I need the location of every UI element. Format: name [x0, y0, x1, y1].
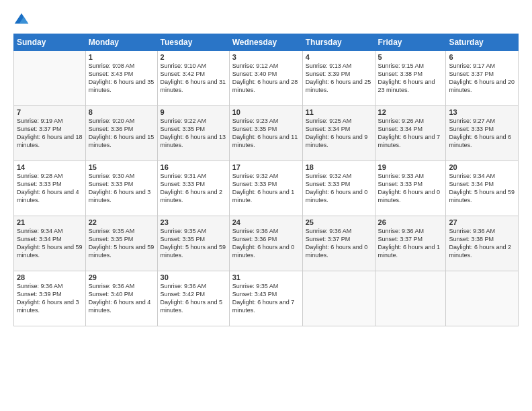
- calendar-day-cell: 19Sunrise: 9:33 AM Sunset: 3:33 PM Dayli…: [375, 161, 446, 216]
- day-info: Sunrise: 9:35 AM Sunset: 3:35 PM Dayligh…: [161, 227, 226, 260]
- calendar-day-cell: 14Sunrise: 9:28 AM Sunset: 3:33 PM Dayli…: [14, 161, 86, 216]
- day-info: Sunrise: 9:34 AM Sunset: 3:34 PM Dayligh…: [17, 227, 83, 260]
- calendar-day-cell: 11Sunrise: 9:25 AM Sunset: 3:34 PM Dayli…: [302, 106, 375, 161]
- day-info: Sunrise: 9:10 AM Sunset: 3:42 PM Dayligh…: [161, 62, 226, 95]
- day-number: 16: [161, 163, 226, 171]
- day-info: Sunrise: 9:33 AM Sunset: 3:33 PM Dayligh…: [378, 172, 443, 205]
- weekday-header-sunday: Sunday: [14, 34, 86, 51]
- day-info: Sunrise: 9:17 AM Sunset: 3:37 PM Dayligh…: [449, 62, 515, 95]
- day-number: 7: [17, 108, 83, 116]
- day-number: 2: [161, 53, 226, 61]
- page: SundayMondayTuesdayWednesdayThursdayFrid…: [0, 0, 532, 411]
- day-info: Sunrise: 9:36 AM Sunset: 3:39 PM Dayligh…: [17, 282, 83, 315]
- day-info: Sunrise: 9:23 AM Sunset: 3:35 PM Dayligh…: [232, 117, 300, 150]
- calendar-day-cell: 29Sunrise: 9:36 AM Sunset: 3:40 PM Dayli…: [85, 271, 157, 326]
- day-number: 22: [89, 218, 154, 226]
- day-info: Sunrise: 9:36 AM Sunset: 3:42 PM Dayligh…: [161, 282, 226, 315]
- weekday-header-tuesday: Tuesday: [157, 34, 229, 51]
- day-number: 20: [449, 163, 515, 171]
- calendar-day-cell: 6Sunrise: 9:17 AM Sunset: 3:37 PM Daylig…: [446, 51, 519, 106]
- day-number: 21: [17, 218, 83, 226]
- weekday-header-monday: Monday: [85, 34, 157, 51]
- calendar-day-cell: 3Sunrise: 9:12 AM Sunset: 3:40 PM Daylig…: [229, 51, 302, 106]
- calendar-day-cell: 18Sunrise: 9:32 AM Sunset: 3:33 PM Dayli…: [302, 161, 375, 216]
- day-number: 1: [89, 53, 154, 61]
- calendar-week-row: 21Sunrise: 9:34 AM Sunset: 3:34 PM Dayli…: [14, 216, 519, 271]
- day-number: 6: [449, 53, 515, 61]
- day-number: 31: [232, 273, 300, 281]
- calendar-day-cell: 5Sunrise: 9:15 AM Sunset: 3:38 PM Daylig…: [375, 51, 446, 106]
- calendar-day-cell: 24Sunrise: 9:36 AM Sunset: 3:36 PM Dayli…: [229, 216, 302, 271]
- day-info: Sunrise: 9:36 AM Sunset: 3:40 PM Dayligh…: [89, 282, 154, 315]
- day-number: 30: [161, 273, 226, 281]
- calendar-day-cell: 21Sunrise: 9:34 AM Sunset: 3:34 PM Dayli…: [14, 216, 86, 271]
- day-info: Sunrise: 9:25 AM Sunset: 3:34 PM Dayligh…: [306, 117, 372, 150]
- day-number: 3: [232, 53, 300, 61]
- day-number: 26: [378, 218, 443, 226]
- calendar-week-row: 28Sunrise: 9:36 AM Sunset: 3:39 PM Dayli…: [14, 271, 519, 326]
- day-number: 8: [89, 108, 154, 116]
- calendar-day-cell: [302, 271, 375, 326]
- calendar-day-cell: 20Sunrise: 9:34 AM Sunset: 3:34 PM Dayli…: [446, 161, 519, 216]
- header: [13, 12, 519, 28]
- day-info: Sunrise: 9:34 AM Sunset: 3:34 PM Dayligh…: [449, 172, 515, 205]
- day-number: 13: [449, 108, 515, 116]
- calendar-day-cell: 31Sunrise: 9:35 AM Sunset: 3:43 PM Dayli…: [229, 271, 302, 326]
- calendar-day-cell: 17Sunrise: 9:32 AM Sunset: 3:33 PM Dayli…: [229, 161, 302, 216]
- calendar-day-cell: 8Sunrise: 9:20 AM Sunset: 3:36 PM Daylig…: [85, 106, 157, 161]
- logo-icon: [13, 12, 30, 28]
- calendar-day-cell: 25Sunrise: 9:36 AM Sunset: 3:37 PM Dayli…: [302, 216, 375, 271]
- calendar-day-cell: 9Sunrise: 9:22 AM Sunset: 3:35 PM Daylig…: [157, 106, 229, 161]
- weekday-header-saturday: Saturday: [446, 34, 519, 51]
- calendar-day-cell: [14, 51, 86, 106]
- day-number: 9: [161, 108, 226, 116]
- day-info: Sunrise: 9:36 AM Sunset: 3:37 PM Dayligh…: [378, 227, 443, 260]
- day-info: Sunrise: 9:32 AM Sunset: 3:33 PM Dayligh…: [232, 172, 300, 205]
- calendar-day-cell: 1Sunrise: 9:08 AM Sunset: 3:43 PM Daylig…: [85, 51, 157, 106]
- calendar-day-cell: 4Sunrise: 9:13 AM Sunset: 3:39 PM Daylig…: [302, 51, 375, 106]
- day-number: 24: [232, 218, 300, 226]
- calendar-day-cell: 26Sunrise: 9:36 AM Sunset: 3:37 PM Dayli…: [375, 216, 446, 271]
- calendar-day-cell: 22Sunrise: 9:35 AM Sunset: 3:35 PM Dayli…: [85, 216, 157, 271]
- day-info: Sunrise: 9:36 AM Sunset: 3:38 PM Dayligh…: [449, 227, 515, 260]
- day-number: 28: [17, 273, 83, 281]
- day-info: Sunrise: 9:31 AM Sunset: 3:33 PM Dayligh…: [161, 172, 226, 205]
- day-number: 25: [306, 218, 372, 226]
- calendar: SundayMondayTuesdayWednesdayThursdayFrid…: [13, 34, 519, 326]
- calendar-day-cell: 12Sunrise: 9:26 AM Sunset: 3:34 PM Dayli…: [375, 106, 446, 161]
- weekday-header-thursday: Thursday: [302, 34, 375, 51]
- calendar-day-cell: 30Sunrise: 9:36 AM Sunset: 3:42 PM Dayli…: [157, 271, 229, 326]
- day-number: 17: [232, 163, 300, 171]
- day-number: 15: [89, 163, 154, 171]
- day-number: 14: [17, 163, 83, 171]
- weekday-header-wednesday: Wednesday: [229, 34, 302, 51]
- calendar-day-cell: 27Sunrise: 9:36 AM Sunset: 3:38 PM Dayli…: [446, 216, 519, 271]
- calendar-day-cell: 15Sunrise: 9:30 AM Sunset: 3:33 PM Dayli…: [85, 161, 157, 216]
- weekday-header-friday: Friday: [375, 34, 446, 51]
- calendar-day-cell: 23Sunrise: 9:35 AM Sunset: 3:35 PM Dayli…: [157, 216, 229, 271]
- day-number: 23: [161, 218, 226, 226]
- calendar-day-cell: [375, 271, 446, 326]
- weekday-header-row: SundayMondayTuesdayWednesdayThursdayFrid…: [14, 34, 519, 51]
- calendar-day-cell: 2Sunrise: 9:10 AM Sunset: 3:42 PM Daylig…: [157, 51, 229, 106]
- calendar-day-cell: 13Sunrise: 9:27 AM Sunset: 3:33 PM Dayli…: [446, 106, 519, 161]
- calendar-day-cell: [446, 271, 519, 326]
- day-info: Sunrise: 9:32 AM Sunset: 3:33 PM Dayligh…: [306, 172, 372, 205]
- day-info: Sunrise: 9:19 AM Sunset: 3:37 PM Dayligh…: [17, 117, 83, 150]
- calendar-day-cell: 10Sunrise: 9:23 AM Sunset: 3:35 PM Dayli…: [229, 106, 302, 161]
- calendar-week-row: 14Sunrise: 9:28 AM Sunset: 3:33 PM Dayli…: [14, 161, 519, 216]
- day-info: Sunrise: 9:22 AM Sunset: 3:35 PM Dayligh…: [161, 117, 226, 150]
- day-number: 4: [306, 53, 372, 61]
- day-info: Sunrise: 9:35 AM Sunset: 3:43 PM Dayligh…: [232, 282, 300, 315]
- day-info: Sunrise: 9:28 AM Sunset: 3:33 PM Dayligh…: [17, 172, 83, 205]
- day-info: Sunrise: 9:36 AM Sunset: 3:36 PM Dayligh…: [232, 227, 300, 260]
- day-number: 12: [378, 108, 443, 116]
- day-number: 18: [306, 163, 372, 171]
- calendar-week-row: 1Sunrise: 9:08 AM Sunset: 3:43 PM Daylig…: [14, 51, 519, 106]
- day-info: Sunrise: 9:20 AM Sunset: 3:36 PM Dayligh…: [89, 117, 154, 150]
- day-info: Sunrise: 9:12 AM Sunset: 3:40 PM Dayligh…: [232, 62, 300, 95]
- day-info: Sunrise: 9:26 AM Sunset: 3:34 PM Dayligh…: [378, 117, 443, 150]
- day-info: Sunrise: 9:35 AM Sunset: 3:35 PM Dayligh…: [89, 227, 154, 260]
- day-number: 10: [232, 108, 300, 116]
- calendar-week-row: 7Sunrise: 9:19 AM Sunset: 3:37 PM Daylig…: [14, 106, 519, 161]
